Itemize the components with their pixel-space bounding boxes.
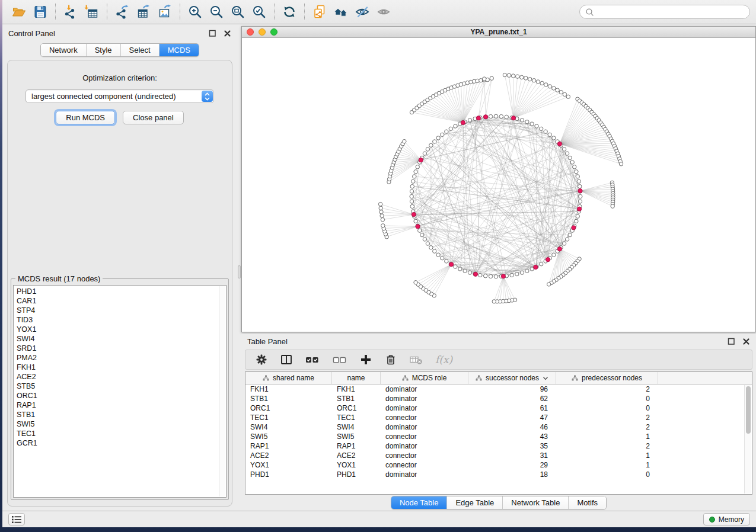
sort-desc-icon <box>543 376 548 380</box>
plus-icon <box>359 353 372 366</box>
tab-select[interactable]: Select <box>120 44 159 56</box>
column-header-predecessor-nodes[interactable]: predecessor nodes <box>556 372 658 384</box>
mcds-result-item[interactable]: STB1 <box>17 410 218 419</box>
first-neighbors-button[interactable] <box>330 2 352 21</box>
mcds-result-item[interactable]: PMA2 <box>17 353 218 363</box>
tab-edge-table[interactable]: Edge Table <box>446 496 502 509</box>
table-row[interactable]: STB1STB1dominator620 <box>245 394 752 403</box>
column-header-successor-nodes[interactable]: successor nodes <box>468 372 556 384</box>
panel-list-button[interactable] <box>8 513 25 525</box>
table-row[interactable]: RAP1RAP1dominator352 <box>245 441 752 451</box>
tab-motifs[interactable]: Motifs <box>568 496 606 509</box>
mcds-result-list[interactable]: PHD1CAR1STP4TID3YOX1SWI4SRD1PMA2FKH1ACE2… <box>13 285 227 498</box>
import-table-button[interactable] <box>81 2 103 21</box>
float-panel-icon[interactable] <box>209 30 216 37</box>
splitter-grip[interactable] <box>491 332 506 334</box>
mcds-result-item[interactable]: GCR1 <box>17 438 218 448</box>
zoom-fit-button[interactable] <box>227 2 248 21</box>
tab-node-table[interactable]: Node Table <box>391 496 447 509</box>
column-header-name[interactable]: name <box>332 372 381 384</box>
mcds-result-item[interactable]: CAR1 <box>17 296 218 306</box>
table-cell: SWI4 <box>245 423 332 431</box>
table-row[interactable]: FKH1FKH1dominator962 <box>245 384 752 394</box>
open-file-button[interactable] <box>8 2 30 21</box>
delete-table-button[interactable] <box>409 353 423 366</box>
memory-button[interactable]: Memory <box>703 513 750 525</box>
vertical-splitter[interactable] <box>237 26 241 511</box>
mcds-result-item[interactable]: FKH1 <box>17 363 218 372</box>
network-canvas[interactable] <box>242 38 755 332</box>
minimize-window-icon[interactable] <box>259 28 266 36</box>
memory-label: Memory <box>719 515 744 524</box>
close-panel-icon[interactable] <box>742 338 750 345</box>
table-row[interactable]: ORC1ORC1dominator610 <box>245 403 752 413</box>
zoom-selected-button[interactable] <box>248 2 270 21</box>
network-window-titlebar[interactable]: YPA_prune.txt_1 <box>242 27 755 38</box>
mcds-result-item[interactable]: SRD1 <box>17 344 218 353</box>
mcds-result-item[interactable]: ORC1 <box>17 391 218 400</box>
table-scrollbar[interactable] <box>744 385 751 493</box>
table-row[interactable]: YOX1YOX1connector291 <box>245 460 752 470</box>
split-view-button[interactable] <box>280 353 293 366</box>
control-panel-tabbar: NetworkStyleSelectMCDS <box>40 43 199 57</box>
tab-network-table[interactable]: Network Table <box>502 496 568 509</box>
close-window-icon[interactable] <box>247 28 254 36</box>
select-all-button[interactable] <box>305 353 320 366</box>
table-cell: 1 <box>556 432 658 441</box>
scrollbar-thumb[interactable] <box>746 386 751 434</box>
tab-network[interactable]: Network <box>41 44 86 56</box>
hide-selected-button[interactable] <box>352 2 373 21</box>
duplicate-network-button[interactable] <box>309 2 330 21</box>
network-svg[interactable] <box>242 38 755 332</box>
delete-column-button[interactable] <box>384 353 397 366</box>
show-all-button[interactable] <box>373 2 394 21</box>
close-panel-button[interactable]: Close panel <box>123 111 184 124</box>
list-scrollbar[interactable] <box>219 286 225 496</box>
column-label: successor nodes <box>486 374 539 382</box>
zoom-in-button[interactable] <box>184 2 206 21</box>
zoom-out-button[interactable] <box>206 2 227 21</box>
mcds-result-item[interactable]: SWI4 <box>17 334 218 344</box>
mcds-result-item[interactable]: TEC1 <box>17 429 218 438</box>
toolbar-separator <box>274 4 275 20</box>
mcds-result-item[interactable]: STB5 <box>17 382 218 391</box>
tab-mcds[interactable]: MCDS <box>159 44 199 56</box>
mcds-result-item[interactable]: YOX1 <box>17 325 218 334</box>
maximize-window-icon[interactable] <box>270 28 277 36</box>
table-row[interactable]: SWI4SWI4dominator462 <box>245 422 752 432</box>
tab-style[interactable]: Style <box>86 44 120 56</box>
refresh-view-button[interactable] <box>279 2 300 21</box>
table-row[interactable]: SWI5SWI5connector431 <box>245 432 752 441</box>
float-panel-icon[interactable] <box>728 338 735 345</box>
export-image-button[interactable] <box>154 2 176 21</box>
deselect-all-button[interactable] <box>332 353 347 366</box>
mcds-result-item[interactable]: TID3 <box>17 315 218 325</box>
close-panel-icon[interactable] <box>224 30 231 37</box>
function-builder-button[interactable]: f(x) <box>435 354 452 366</box>
mcds-result-item[interactable]: SWI5 <box>17 419 218 429</box>
save-session-button[interactable] <box>30 2 51 21</box>
mcds-result-item[interactable]: STP4 <box>17 306 218 315</box>
mcds-result-item[interactable]: RAP1 <box>17 400 218 410</box>
column-header-shared-name[interactable]: shared name <box>245 372 332 384</box>
horizontal-splitter[interactable] <box>241 332 756 334</box>
table-cell: 2 <box>556 442 658 450</box>
optimization-criterion-select[interactable]: largest connected component (undirected) <box>25 89 214 103</box>
export-network-button[interactable] <box>111 2 133 21</box>
table-cell: RAP1 <box>245 442 332 450</box>
mcds-result-item[interactable]: ACE2 <box>17 372 218 382</box>
run-mcds-button[interactable]: Run MCDS <box>56 111 115 124</box>
table-cell: 2 <box>556 423 658 431</box>
table-row[interactable]: PHD1PHD1dominator180 <box>245 470 752 479</box>
table-settings-button[interactable] <box>255 353 268 366</box>
table-row[interactable]: ACE2ACE2connector311 <box>245 451 752 460</box>
export-table-button[interactable] <box>133 2 154 21</box>
table-row[interactable]: TEC1TEC1connector472 <box>245 413 752 422</box>
import-network-button[interactable] <box>60 2 81 21</box>
splitter-grip[interactable] <box>238 265 241 278</box>
add-column-button[interactable] <box>359 353 372 366</box>
search-box[interactable] <box>579 5 750 19</box>
column-header-mcds-role[interactable]: MCDS role <box>381 372 468 384</box>
search-input[interactable] <box>598 8 744 16</box>
mcds-result-item[interactable]: PHD1 <box>17 287 218 296</box>
